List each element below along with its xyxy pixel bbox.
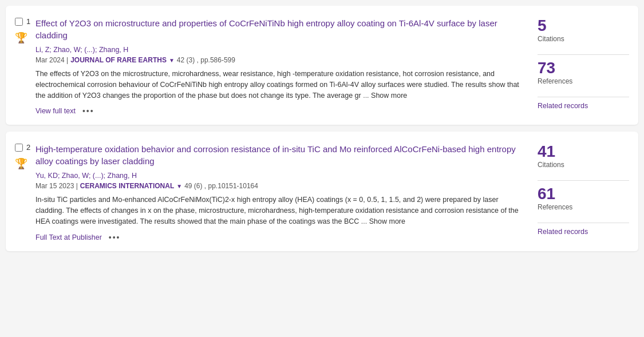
article-volume: 42 (3) , pp.586-599: [177, 56, 235, 64]
citations-count: 41: [538, 143, 629, 161]
article-abstract: The effects of Y2O3 on the microstructur…: [35, 69, 526, 101]
card-main-col: High-temperature oxidation behavior and …: [35, 143, 538, 241]
article-title[interactable]: High-temperature oxidation behavior and …: [35, 143, 526, 167]
card-check-row: 1: [15, 17, 30, 26]
article-meta: Mar 2024 | JOURNAL OF RARE EARTHS ▼ 42 (…: [35, 56, 526, 64]
journal-dropdown-arrow[interactable]: ▼: [169, 57, 175, 64]
abstract-ellipsis: ...: [363, 92, 371, 100]
card-actions: Full Text at Publisher•••: [35, 233, 526, 242]
card-left-col: 1🏆: [15, 17, 35, 116]
card-actions: View full text•••: [35, 106, 526, 116]
more-options-button[interactable]: •••: [82, 106, 94, 116]
journal-name[interactable]: CERAMICS INTERNATIONAL: [80, 182, 174, 190]
article-date: Mar 2024 |: [35, 56, 68, 64]
article-volume: 49 (6) , pp.10151-10164: [184, 182, 258, 190]
references-count: 73: [538, 60, 629, 77]
article-abstract: In-situ TiC particles and Mo-enhanced Al…: [35, 195, 526, 227]
checkbox-record-1[interactable]: [15, 18, 23, 26]
references-label: References: [538, 77, 629, 85]
results-container: 1🏆Effect of Y2O3 on microstructure and p…: [0, 0, 644, 264]
checkbox-record-2[interactable]: [15, 144, 23, 152]
author-link[interactable]: ; Zhao, W: [49, 46, 80, 54]
stat-divider-2: [538, 97, 629, 97]
article-meta: Mar 15 2023 | CERAMICS INTERNATIONAL ▼ 4…: [35, 182, 526, 190]
record-number: 1: [26, 17, 30, 26]
record-number: 2: [26, 143, 30, 152]
card-stats-col: 41Citations61ReferencesRelated records: [538, 143, 629, 241]
related-records-link[interactable]: Related records: [538, 228, 588, 236]
show-more-link[interactable]: Show more: [371, 92, 407, 100]
journal-dropdown-arrow[interactable]: ▼: [176, 183, 182, 189]
article-authors: Li, Z; Zhao, W; (...); Zhang, H: [35, 46, 526, 54]
references-block: 61References: [538, 185, 629, 211]
card-main-col: Effect of Y2O3 on microstructure and pro…: [35, 17, 538, 116]
abstract-ellipsis: ...: [361, 217, 369, 225]
view-full-text-link[interactable]: Full Text at Publisher: [35, 233, 102, 241]
citations-label: Citations: [538, 35, 629, 43]
trophy-icon: 🏆: [15, 157, 27, 170]
result-card-1: 1🏆Effect of Y2O3 on microstructure and p…: [6, 6, 638, 125]
journal-name[interactable]: JOURNAL OF RARE EARTHS: [70, 56, 167, 64]
citations-block: 5Citations: [538, 17, 629, 43]
citations-block: 41Citations: [538, 143, 629, 169]
stat-divider-1: [538, 180, 629, 181]
article-authors: Yu, KD; Zhao, W; (...); Zhang, H: [35, 172, 526, 180]
card-stats-col: 5Citations73ReferencesRelated records: [538, 17, 629, 116]
result-card-2: 2🏆High-temperature oxidation behavior an…: [6, 132, 638, 251]
related-records-link[interactable]: Related records: [538, 102, 588, 110]
citations-label: Citations: [538, 161, 629, 169]
author-link[interactable]: ; Zhang, H: [104, 172, 137, 180]
article-date: Mar 15 2023 |: [35, 182, 78, 190]
citations-count: 5: [538, 17, 629, 35]
card-check-row: 2: [15, 143, 30, 152]
author-link[interactable]: ; Zhang, H: [95, 46, 128, 54]
show-more-link[interactable]: Show more: [369, 217, 405, 225]
references-block: 73References: [538, 60, 629, 85]
trophy-icon: 🏆: [15, 31, 27, 44]
author-link[interactable]: Yu, KD: [35, 172, 58, 180]
author-link[interactable]: ; Zhao, W: [58, 172, 89, 180]
author-link[interactable]: Li, Z: [35, 46, 49, 54]
abstract-text: The effects of Y2O3 on the microstructur…: [35, 70, 519, 100]
stat-divider-1: [538, 54, 629, 55]
references-label: References: [538, 203, 629, 211]
view-full-text-link[interactable]: View full text: [35, 107, 76, 115]
author-ellipsis: ; (...): [80, 46, 95, 54]
stat-divider-2: [538, 223, 629, 223]
card-left-col: 2🏆: [15, 143, 35, 241]
article-title[interactable]: Effect of Y2O3 on microstructure and pro…: [35, 17, 526, 41]
more-options-button[interactable]: •••: [109, 233, 121, 242]
references-count: 61: [538, 185, 629, 203]
author-ellipsis: ; (...): [89, 172, 104, 180]
abstract-text: In-situ TiC particles and Mo-enhanced Al…: [35, 196, 519, 225]
